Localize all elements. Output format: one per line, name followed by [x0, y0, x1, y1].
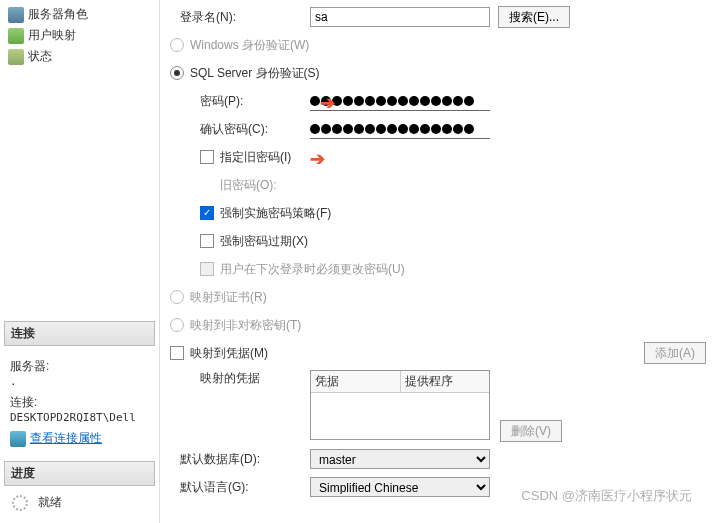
server-role-icon: [8, 7, 24, 23]
default-db-label: 默认数据库(D):: [170, 451, 310, 468]
annotation-arrow-icon: ➔: [310, 148, 325, 170]
link-text: 查看连接属性: [30, 430, 102, 447]
windows-auth-radio: [170, 38, 184, 52]
annotation-arrow-icon: ➔: [320, 92, 335, 114]
map-cert-radio: [170, 290, 184, 304]
server-label: 服务器:: [10, 358, 149, 375]
spinner-icon: [12, 495, 28, 511]
sidebar-item-status[interactable]: 状态: [4, 46, 155, 67]
table-col-credential: 凭据: [311, 371, 401, 392]
enforce-expire-checkbox[interactable]: [200, 234, 214, 248]
login-name-label: 登录名(N):: [170, 9, 310, 26]
specify-old-password-label: 指定旧密码(I): [220, 149, 291, 166]
must-change-checkbox: [200, 262, 214, 276]
password-label: 密码(P):: [170, 93, 310, 110]
mapped-cred-label: 映射的凭据: [170, 370, 310, 387]
server-value: .: [10, 375, 149, 388]
search-button[interactable]: 搜索(E)...: [498, 6, 570, 28]
map-asym-radio: [170, 318, 184, 332]
login-name-input[interactable]: [310, 7, 490, 27]
status-icon: [8, 49, 24, 65]
confirm-password-input[interactable]: [310, 119, 490, 139]
sidebar-item-user-mapping[interactable]: 用户映射: [4, 25, 155, 46]
enforce-policy-label: 强制实施密码策略(F): [220, 205, 331, 222]
main-panel: 登录名(N): 搜索(E)... Windows 身份验证(W) SQL Ser…: [160, 0, 716, 523]
nav-label: 状态: [28, 48, 52, 65]
specify-old-password-checkbox[interactable]: [200, 150, 214, 164]
nav-label: 服务器角色: [28, 6, 88, 23]
confirm-password-label: 确认密码(C):: [170, 121, 310, 138]
user-mapping-icon: [8, 28, 24, 44]
connection-panel: 服务器: . 连接: DESKTOPD2RQI8T\Dell 查看连接属性: [4, 346, 155, 453]
sidebar: 服务器角色 用户映射 状态 连接 服务器: . 连接: DESKTOPD2RQI…: [0, 0, 160, 523]
sql-auth-label: SQL Server 身份验证(S): [190, 65, 320, 82]
windows-auth-label: Windows 身份验证(W): [190, 37, 330, 54]
table-col-provider: 提供程序: [401, 371, 490, 392]
map-asym-label: 映射到非对称密钥(T): [190, 317, 301, 334]
password-input[interactable]: [310, 91, 490, 111]
nav-label: 用户映射: [28, 27, 76, 44]
enforce-policy-checkbox[interactable]: [200, 206, 214, 220]
connection-properties-icon: [10, 431, 26, 447]
map-cert-label: 映射到证书(R): [190, 289, 267, 306]
default-db-select[interactable]: master: [310, 449, 490, 469]
credentials-table[interactable]: 凭据 提供程序: [310, 370, 490, 440]
must-change-label: 用户在下次登录时必须更改密码(U): [220, 261, 405, 278]
enforce-expire-label: 强制密码过期(X): [220, 233, 308, 250]
old-password-label: 旧密码(O):: [170, 177, 310, 194]
add-button[interactable]: 添加(A): [644, 342, 706, 364]
connection-header: 连接: [4, 321, 155, 346]
view-connection-link[interactable]: 查看连接属性: [10, 430, 149, 447]
remove-button[interactable]: 删除(V): [500, 420, 562, 442]
map-cred-label: 映射到凭据(M): [190, 345, 268, 362]
sidebar-item-server-roles[interactable]: 服务器角色: [4, 4, 155, 25]
watermark: CSDN @济南医疗小程序状元: [521, 487, 692, 505]
progress-status: 就绪: [38, 494, 62, 511]
conn-value: DESKTOPD2RQI8T\Dell: [10, 411, 149, 424]
map-cred-checkbox[interactable]: [170, 346, 184, 360]
conn-label: 连接:: [10, 394, 149, 411]
progress-header: 进度: [4, 461, 155, 486]
sql-auth-radio[interactable]: [170, 66, 184, 80]
progress-panel: 就绪: [4, 486, 155, 519]
